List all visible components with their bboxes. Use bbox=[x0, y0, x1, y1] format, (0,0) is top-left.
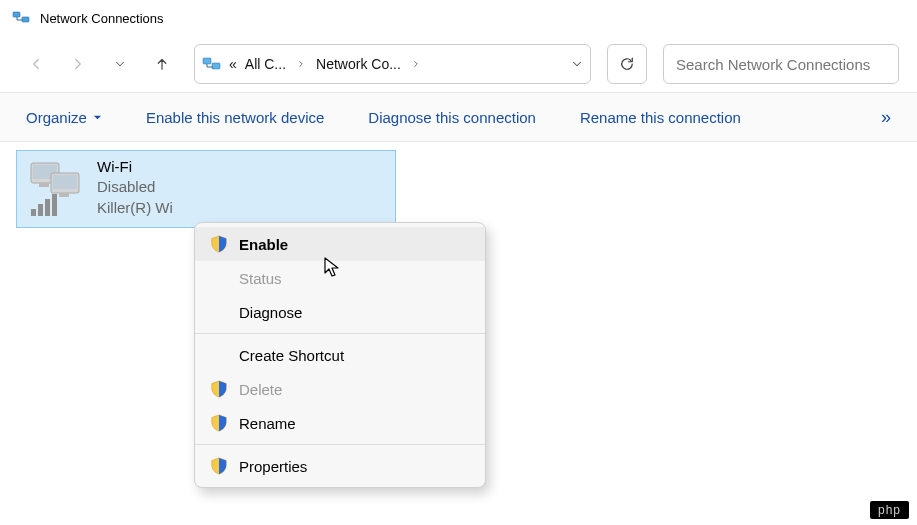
watermark: php bbox=[870, 501, 909, 519]
location-icon bbox=[201, 53, 223, 75]
rename-connection-button[interactable]: Rename this connection bbox=[580, 109, 741, 126]
context-menu: Enable Status Diagnose Create Shortcut D… bbox=[194, 222, 486, 488]
ctx-delete-label: Delete bbox=[239, 381, 282, 398]
chevron-right-icon[interactable] bbox=[292, 45, 310, 83]
svg-rect-1 bbox=[22, 17, 29, 22]
address-dropdown-button[interactable] bbox=[570, 57, 584, 71]
ctx-status-label: Status bbox=[239, 270, 282, 287]
breadcrumb-prefix: « bbox=[227, 56, 239, 72]
ctx-create-shortcut-label: Create Shortcut bbox=[239, 347, 344, 364]
address-bar[interactable]: « All C... Network Co... bbox=[194, 44, 591, 84]
title-bar: Network Connections bbox=[0, 0, 917, 36]
adapter-item-wifi[interactable]: Wi-Fi Disabled Killer(R) Wi bbox=[16, 150, 396, 228]
svg-rect-0 bbox=[13, 12, 20, 17]
refresh-button[interactable] bbox=[607, 44, 647, 84]
back-button[interactable] bbox=[18, 46, 54, 82]
svg-rect-8 bbox=[39, 183, 49, 187]
ctx-properties[interactable]: Properties bbox=[195, 449, 485, 483]
ctx-rename[interactable]: Rename bbox=[195, 406, 485, 440]
breadcrumb-seg-1[interactable]: All C... bbox=[243, 56, 288, 72]
adapter-status: Disabled bbox=[97, 177, 173, 197]
svg-rect-11 bbox=[38, 204, 43, 216]
organize-label: Organize bbox=[26, 109, 87, 126]
shield-icon bbox=[209, 379, 229, 399]
shield-icon bbox=[209, 456, 229, 476]
svg-rect-2 bbox=[203, 58, 211, 64]
ctx-enable-label: Enable bbox=[239, 236, 288, 253]
svg-rect-12 bbox=[45, 199, 50, 216]
adapter-name: Wi-Fi bbox=[97, 157, 173, 177]
chevron-right-icon[interactable] bbox=[407, 45, 425, 83]
network-adapter-icon bbox=[25, 157, 89, 219]
ctx-create-shortcut[interactable]: Create Shortcut bbox=[195, 338, 485, 372]
svg-rect-9 bbox=[59, 193, 69, 197]
overflow-button[interactable]: » bbox=[881, 107, 891, 128]
svg-rect-10 bbox=[31, 209, 36, 216]
diagnose-connection-button[interactable]: Diagnose this connection bbox=[368, 109, 536, 126]
shield-icon bbox=[209, 413, 229, 433]
network-connections-app-icon bbox=[12, 9, 30, 27]
organize-menu[interactable]: Organize bbox=[26, 109, 102, 126]
shield-icon bbox=[209, 234, 229, 254]
search-placeholder: Search Network Connections bbox=[676, 56, 870, 73]
context-menu-separator bbox=[195, 333, 485, 334]
command-bar: Organize Enable this network device Diag… bbox=[0, 92, 917, 142]
svg-rect-3 bbox=[212, 63, 220, 69]
forward-button[interactable] bbox=[60, 46, 96, 82]
navigation-row: « All C... Network Co... Search Network … bbox=[0, 36, 917, 92]
adapter-hardware: Killer(R) Wi bbox=[97, 198, 173, 218]
svg-rect-7 bbox=[53, 175, 77, 189]
breadcrumb-seg-2[interactable]: Network Co... bbox=[314, 56, 403, 72]
search-input[interactable]: Search Network Connections bbox=[663, 44, 899, 84]
ctx-status: Status bbox=[195, 261, 485, 295]
ctx-enable[interactable]: Enable bbox=[195, 227, 485, 261]
ctx-delete: Delete bbox=[195, 372, 485, 406]
recent-locations-button[interactable] bbox=[102, 46, 138, 82]
ctx-diagnose-label: Diagnose bbox=[239, 304, 302, 321]
enable-device-button[interactable]: Enable this network device bbox=[146, 109, 324, 126]
up-button[interactable] bbox=[144, 46, 180, 82]
adapter-details: Wi-Fi Disabled Killer(R) Wi bbox=[97, 157, 173, 221]
ctx-rename-label: Rename bbox=[239, 415, 296, 432]
window-title: Network Connections bbox=[40, 11, 164, 26]
ctx-properties-label: Properties bbox=[239, 458, 307, 475]
svg-rect-13 bbox=[52, 194, 57, 216]
context-menu-separator bbox=[195, 444, 485, 445]
ctx-diagnose[interactable]: Diagnose bbox=[195, 295, 485, 329]
